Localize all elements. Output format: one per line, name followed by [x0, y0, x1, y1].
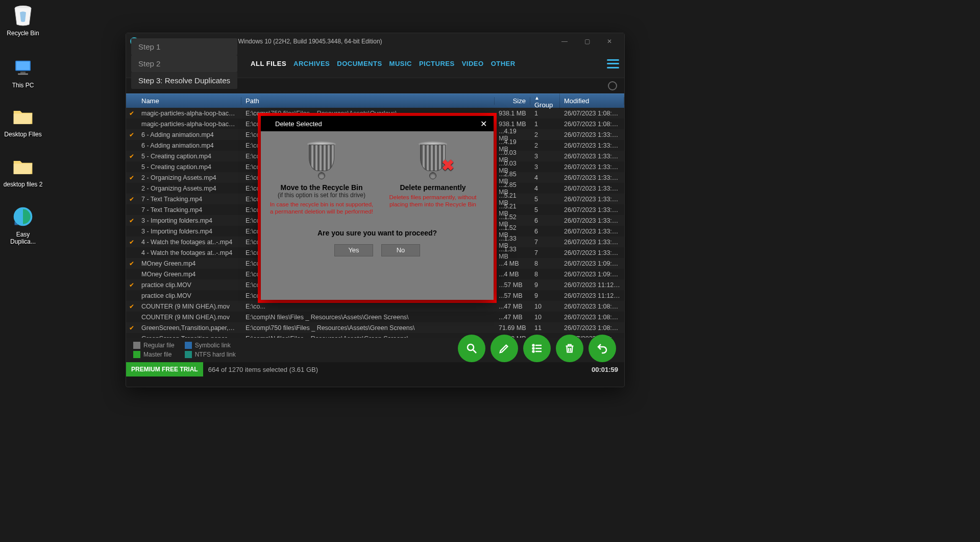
desktop-files-2-icon [11, 154, 35, 179]
yes-button[interactable]: Yes [334, 244, 373, 256]
cell-group: 3 [530, 153, 560, 160]
table-row[interactable]: ✔COUNTER (9 MIN GHEA).movE:\comp\N files… [126, 312, 624, 322]
maximize-button[interactable]: ▢ [576, 34, 598, 49]
column-name[interactable]: Name [137, 97, 241, 105]
cell-group: 1 [530, 110, 560, 117]
minimize-button[interactable]: — [554, 34, 575, 49]
row-checkbox[interactable]: ✔ [126, 196, 137, 203]
radio-permanent[interactable] [429, 172, 436, 179]
desktop-files-icon [11, 104, 35, 129]
desktop: Recycle BinThis PCDesktop FIlesdesktop f… [0, 0, 980, 542]
cell-size: ...4 MB [495, 260, 530, 267]
cell-modified: 26/07/2023 11:12:... [560, 281, 624, 289]
selection-info: 664 of 1270 items selected (3.61 GB) [203, 366, 323, 373]
edit-button[interactable] [491, 335, 518, 362]
desktop-icon-this-pc[interactable]: This PC [3, 55, 43, 89]
option-permanent[interactable]: ✖ Delete permanently Deletes files perma… [379, 139, 486, 216]
filter-allfiles[interactable]: ALL FILES [251, 60, 286, 67]
select-button[interactable] [523, 335, 551, 362]
step-1-button[interactable]: Step 1 [131, 38, 237, 55]
delete-dialog: Delete Selected ✕ Move to the Recycle Bi… [261, 116, 494, 300]
filter-pictures[interactable]: PICTURES [419, 60, 455, 67]
svg-point-11 [533, 348, 534, 349]
timer: 00:01:59 [585, 366, 624, 373]
cell-name: 7 - Text Tracking.mp4 [137, 206, 241, 214]
cell-group: 7 [530, 239, 560, 246]
column-path[interactable]: Path [241, 97, 495, 105]
no-button[interactable]: No [381, 244, 420, 256]
cell-size: ...57 MB [495, 292, 530, 299]
row-checkbox[interactable]: ✔ [126, 303, 137, 310]
cell-modified: 26/07/2023 1:33:2... [560, 249, 624, 256]
cell-name: 6 - Adding animation.mp4 [137, 131, 241, 138]
filter-documents[interactable]: DOCUMENTS [337, 60, 382, 67]
dialog-titlebar[interactable]: Delete Selected ✕ [261, 116, 494, 131]
easy-duplicate-icon [11, 204, 35, 229]
step-3-button[interactable]: Step 3: Resolve Duplicates [131, 72, 237, 89]
cell-group: 3 [530, 163, 560, 171]
desktop-icon-desktop-files[interactable]: Desktop FIles [3, 104, 43, 138]
undo-button[interactable] [589, 335, 616, 362]
cell-name: practice clip.MOV [137, 292, 241, 299]
premium-badge[interactable]: PREMIUM FREE TRIAL [126, 362, 203, 376]
cell-group: 6 [530, 217, 560, 224]
cell-group: 2 [530, 142, 560, 149]
red-x-icon: ✖ [442, 156, 454, 174]
eye-icon[interactable] [608, 81, 617, 90]
cell-size: ...57 MB [495, 281, 530, 289]
cell-modified: 26/07/2023 1:33:5... [560, 142, 624, 149]
column-group[interactable]: ▲ Group [530, 93, 560, 109]
hamburger-menu-icon[interactable] [607, 59, 619, 68]
cell-group: 9 [530, 281, 560, 289]
cell-name: 2 - Organizing Assets.mp4 [137, 174, 241, 181]
filter-archives[interactable]: ARCHIVES [293, 60, 330, 67]
search-button[interactable] [458, 335, 485, 362]
delete-button[interactable] [556, 335, 583, 362]
filter-video[interactable]: VIDEO [462, 60, 484, 67]
cell-path: E:\comp\N files\Files _ Resources\Assets… [241, 314, 495, 321]
cell-name: COUNTER (9 MIN GHEA).mov [137, 314, 241, 321]
desktop-icon-label: Easy Duplica... [3, 231, 43, 246]
cell-name: 6 - Adding animation.mp4 [137, 142, 241, 149]
row-checkbox[interactable]: ✔ [126, 131, 137, 138]
cell-modified: 26/07/2023 1:33:5... [560, 131, 624, 138]
row-checkbox[interactable]: ✔ [126, 174, 137, 181]
column-modified[interactable]: Modified [560, 97, 624, 105]
row-checkbox[interactable]: ✔ [126, 153, 137, 160]
toolbar: Step 1Step 2Step 3: Resolve Duplicates A… [126, 50, 624, 78]
row-checkbox[interactable]: ✔ [126, 239, 137, 246]
svg-rect-3 [20, 72, 26, 73]
cell-modified: 26/07/2023 1:08:4... [560, 324, 624, 332]
table-row[interactable]: ✔GreenScreen,Transition,paper,news,p...E… [126, 322, 624, 333]
step-2-button[interactable]: Step 2 [131, 55, 237, 72]
table-header: Name Path Size ▲ Group Modified [126, 93, 624, 108]
cell-group: 10 [530, 303, 560, 310]
cell-modified: 26/07/2023 1:33:2... [560, 239, 624, 246]
dialog-question: Are you sure you want to proceed? [268, 229, 486, 237]
cell-size: ...4 MB [495, 271, 530, 278]
row-checkbox[interactable]: ✔ [126, 110, 137, 117]
desktop-icon-recycle-bin[interactable]: Recycle Bin [3, 3, 43, 37]
cell-name: 7 - Text Tracking.mp4 [137, 196, 241, 203]
svg-line-8 [473, 350, 476, 353]
desktop-icon-easy-duplicate[interactable]: Easy Duplica... [3, 204, 43, 246]
filter-music[interactable]: MUSIC [389, 60, 412, 67]
cell-size: 938.1 MB [495, 110, 530, 117]
row-checkbox[interactable]: ✔ [126, 281, 137, 289]
row-checkbox[interactable]: ✔ [126, 324, 137, 332]
row-checkbox[interactable]: ✔ [126, 260, 137, 267]
dialog-close-icon[interactable]: ✕ [477, 117, 489, 130]
column-size[interactable]: Size [495, 97, 530, 105]
cell-group: 10 [530, 314, 560, 321]
cell-modified: 26/07/2023 1:33:3... [560, 206, 624, 214]
svg-rect-4 [18, 74, 28, 75]
cell-name: 4 - Watch the footages at..-.mp4 [137, 249, 241, 256]
close-button[interactable]: ✕ [599, 34, 620, 49]
cell-size: ...1.33 MB [495, 246, 530, 260]
row-checkbox[interactable]: ✔ [126, 217, 137, 224]
radio-recycle[interactable] [318, 172, 325, 179]
option-recycle[interactable]: Move to the Recycle Bin (if this option … [268, 139, 375, 216]
cell-group: 11 [530, 324, 560, 332]
filter-other[interactable]: OTHER [491, 60, 516, 67]
desktop-icon-desktop-files-2[interactable]: desktop files 2 [3, 154, 43, 188]
